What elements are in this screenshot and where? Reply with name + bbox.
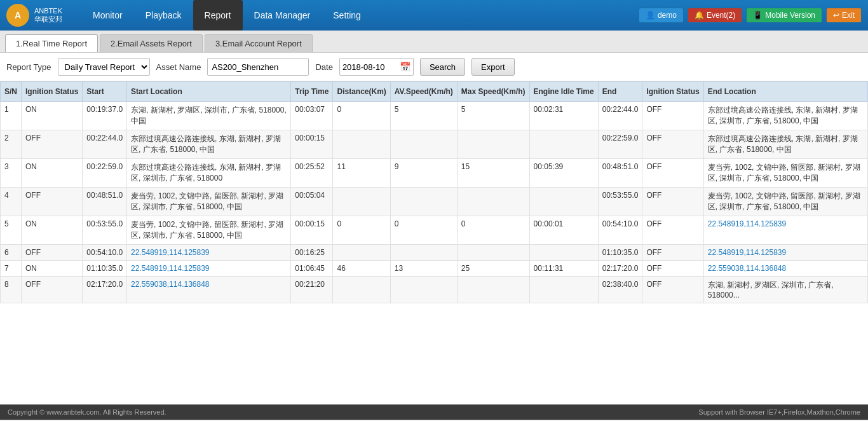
- event-button[interactable]: 🔔 Event(2): [688, 8, 742, 23]
- logo-icon: A: [6, 4, 29, 27]
- nav-setting[interactable]: Setting: [322, 0, 372, 31]
- report-type-label: Report Type: [6, 62, 51, 72]
- search-button[interactable]: Search: [420, 58, 465, 76]
- tab-realtime-report[interactable]: 1.Real Time Report: [5, 34, 98, 52]
- table-cell[interactable]: 22.548919,114.125839: [703, 216, 867, 245]
- col-ign-status-start: Ignition Status: [22, 82, 83, 102]
- table-cell: 5: [390, 102, 457, 130]
- table-row: 5ON00:53:55.0麦当劳, 1002, 文锦中路, 留医部, 新湖村, …: [1, 216, 868, 245]
- asset-name-input[interactable]: [207, 58, 309, 76]
- col-distance: Distance(Km): [333, 82, 390, 102]
- col-end-location: End Location: [703, 82, 867, 102]
- table-cell: 00:25:52: [291, 159, 333, 188]
- table-cell: OFF: [642, 245, 703, 261]
- location-link[interactable]: 22.548919,114.125839: [131, 264, 209, 273]
- date-picker[interactable]: 📅: [339, 58, 414, 76]
- table-cell: [390, 277, 457, 303]
- footer-right: Support with Browser IE7+,Firefox,Maxtho…: [698, 408, 860, 416]
- table-cell: 00:05:39: [529, 159, 598, 188]
- location-link[interactable]: 22.559038,114.136848: [708, 264, 786, 273]
- report-type-select[interactable]: Daily Travel Report: [58, 58, 150, 76]
- logo-area: A ANBTEK 华联安邦: [6, 4, 62, 27]
- table-cell: 00:48:51.0: [598, 159, 642, 188]
- report-table-container: S/N Ignition Status Start Start Location…: [0, 81, 868, 404]
- table-cell: 00:00:15: [291, 216, 333, 245]
- mobile-icon: 📱: [753, 11, 763, 20]
- table-cell: OFF: [642, 216, 703, 245]
- table-row: 7ON01:10:35.022.548919,114.12583901:06:4…: [1, 261, 868, 277]
- nav-report[interactable]: Report: [193, 0, 243, 31]
- table-cell: OFF: [22, 245, 83, 261]
- col-av-speed: AV.Speed(Km/h): [390, 82, 457, 102]
- table-cell: OFF: [642, 102, 703, 130]
- report-table: S/N Ignition Status Start Start Location…: [0, 81, 868, 303]
- table-cell: 0: [390, 216, 457, 245]
- header-right: 👤 demo 🔔 Event(2) 📱 Mobile Version ↩ Exi…: [639, 8, 862, 23]
- nav-playback[interactable]: Playback: [134, 0, 193, 31]
- table-cell[interactable]: 22.548919,114.125839: [703, 245, 867, 261]
- table-cell: 3: [1, 159, 22, 188]
- table-cell: 东部过境高速公路连接线, 东湖, 新湖村, 罗湖区, 广东省, 518000, …: [127, 130, 291, 159]
- table-cell: 8: [1, 277, 22, 303]
- exit-icon: ↩: [833, 11, 839, 20]
- table-cell: 东湖, 新湖村, 罗湖区, 深圳市, 广东省, 518000, 中国: [127, 102, 291, 130]
- nav-monitor[interactable]: Monitor: [81, 0, 134, 31]
- location-link[interactable]: 22.548919,114.125839: [131, 248, 209, 257]
- table-cell: 5: [1, 216, 22, 245]
- table-cell: [529, 130, 598, 159]
- table-cell: 00:22:44.0: [598, 102, 642, 130]
- export-button[interactable]: Export: [471, 58, 515, 76]
- table-cell: 15: [457, 159, 529, 188]
- table-row: 2OFF00:22:44.0东部过境高速公路连接线, 东湖, 新湖村, 罗湖区,…: [1, 130, 868, 159]
- table-cell: 02:17:20.0: [598, 261, 642, 277]
- table-cell: 5: [457, 102, 529, 130]
- table-cell: [333, 130, 390, 159]
- table-cell: 0: [333, 102, 390, 130]
- table-cell: ON: [22, 102, 83, 130]
- table-cell: 11: [333, 159, 390, 188]
- table-cell: 麦当劳, 1002, 文锦中路, 留医部, 新湖村, 罗湖区, 深圳市, 广东省…: [703, 188, 867, 216]
- table-cell: 7: [1, 261, 22, 277]
- table-cell[interactable]: 22.548919,114.125839: [127, 261, 291, 277]
- table-cell: 00:03:07: [291, 102, 333, 130]
- table-cell: 01:10:35.0: [83, 261, 127, 277]
- footer: Copyright © www.anbtek.com. All Rights R…: [0, 404, 868, 420]
- table-cell[interactable]: 22.548919,114.125839: [127, 245, 291, 261]
- table-cell: [333, 245, 390, 261]
- col-start-location: Start Location: [127, 82, 291, 102]
- table-cell[interactable]: 22.559038,114.136848: [703, 261, 867, 277]
- table-cell: [457, 245, 529, 261]
- table-cell: [529, 277, 598, 303]
- tab-email-assets-report[interactable]: 2.Email Assets Report: [100, 34, 203, 52]
- mobile-button[interactable]: 📱 Mobile Version: [746, 8, 822, 23]
- user-button[interactable]: 👤 demo: [639, 8, 684, 23]
- table-cell: 东湖, 新湖村, 罗湖区, 深圳市, 广东省, 518000...: [703, 277, 867, 303]
- table-row: 3ON00:22:59.0东部过境高速公路连接线, 东湖, 新湖村, 罗湖区, …: [1, 159, 868, 188]
- table-row: 4OFF00:48:51.0麦当劳, 1002, 文锦中路, 留医部, 新湖村,…: [1, 188, 868, 216]
- table-cell: 00:22:59.0: [598, 130, 642, 159]
- exit-button[interactable]: ↩ Exit: [826, 8, 862, 23]
- table-cell: 0: [457, 216, 529, 245]
- nav-data-manager[interactable]: Data Manager: [243, 0, 322, 31]
- table-cell: 0: [333, 216, 390, 245]
- table-cell: 6: [1, 245, 22, 261]
- table-cell: 02:17:20.0: [83, 277, 127, 303]
- table-cell: 13: [390, 261, 457, 277]
- table-cell: 1: [1, 102, 22, 130]
- table-cell: [529, 245, 598, 261]
- location-link[interactable]: 22.548919,114.125839: [708, 248, 786, 257]
- col-ign-status-end: Ignition Status: [642, 82, 703, 102]
- location-link[interactable]: 22.548919,114.125839: [708, 219, 786, 228]
- table-cell: 00:21:20: [291, 277, 333, 303]
- table-cell: [529, 188, 598, 216]
- table-row: 1ON00:19:37.0东湖, 新湖村, 罗湖区, 深圳市, 广东省, 518…: [1, 102, 868, 130]
- date-label: Date: [315, 62, 332, 72]
- date-input[interactable]: [342, 62, 400, 72]
- table-cell: 东部过境高速公路连接线, 东湖, 新湖村, 罗湖区, 深圳市, 广东省, 518…: [127, 159, 291, 188]
- tab-email-account-report[interactable]: 3.Email Account Report: [205, 34, 313, 52]
- table-cell: 9: [390, 159, 457, 188]
- table-cell: 02:38:40.0: [598, 277, 642, 303]
- table-cell[interactable]: 22.559038,114.136848: [127, 277, 291, 303]
- table-cell: OFF: [642, 188, 703, 216]
- location-link[interactable]: 22.559038,114.136848: [131, 280, 209, 289]
